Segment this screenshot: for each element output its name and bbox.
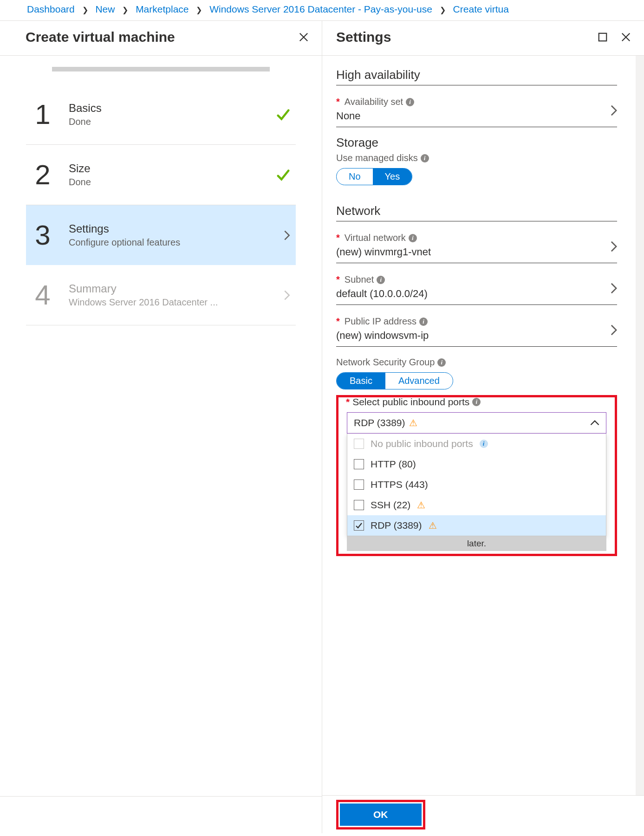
breadcrumb-item[interactable]: Marketplace [136, 4, 189, 14]
checkbox [354, 439, 364, 449]
info-icon[interactable]: i [472, 398, 481, 406]
port-option-none: No public inbound ports i [347, 434, 606, 454]
create-vm-blade: Create virtual machine 1 Basics Done [0, 21, 322, 833]
option-label: No public inbound ports [371, 438, 473, 449]
chevron-right-icon: ❯ [122, 6, 128, 14]
restore-window-icon[interactable] [598, 32, 608, 42]
ports-label: Select public inbound ports [352, 396, 469, 408]
toggle-yes[interactable]: Yes [373, 168, 412, 185]
port-option-https[interactable]: HTTPS (443) [347, 474, 606, 495]
inbound-ports-options: No public inbound ports i HTTP (80) HTTP… [347, 434, 606, 536]
step-title: Size [69, 162, 260, 175]
check-icon [276, 168, 290, 182]
step-number: 4 [33, 279, 52, 311]
inbound-ports-dropdown[interactable]: RDP (3389) ⚠ [347, 412, 606, 434]
settings-footer: OK [322, 795, 644, 833]
chevron-right-icon: ❯ [82, 6, 88, 14]
info-icon[interactable]: i [437, 358, 446, 367]
settings-blade: Settings ▲ ▼ High availability * Availab… [322, 21, 644, 833]
chevron-right-icon [611, 241, 617, 252]
option-label: HTTP (80) [371, 459, 416, 470]
dropdown-selected-value: RDP (3389) [354, 417, 405, 428]
inbound-ports-highlight: Select public inbound ports i RDP (3389)… [336, 395, 617, 556]
chevron-up-icon [590, 420, 599, 426]
breadcrumb-item[interactable]: Dashboard [27, 4, 75, 14]
option-label: SSH (22) [371, 499, 410, 511]
check-icon [276, 108, 290, 122]
option-label: HTTPS (443) [371, 479, 428, 490]
nsg-label: Network Security Group [336, 357, 435, 368]
field-public-ip[interactable]: * Public IP address i (new) windowsvm-ip [336, 313, 617, 347]
field-label: Virtual network [345, 233, 406, 243]
step-number: 2 [33, 159, 52, 191]
info-icon[interactable]: i [419, 318, 428, 326]
blade-title: Settings [336, 29, 391, 45]
step-number: 3 [33, 219, 52, 251]
later-text: later. [467, 538, 486, 549]
breadcrumb: Dashboard ❯ New ❯ Marketplace ❯ Windows … [0, 0, 644, 21]
field-virtual-network[interactable]: * Virtual network i (new) winvmrg1-vnet [336, 230, 617, 263]
nsg-toggle[interactable]: Basic Advanced [336, 372, 453, 389]
step-title: Settings [69, 222, 267, 235]
section-storage: Storage [336, 136, 617, 150]
checkbox[interactable] [354, 480, 364, 490]
toggle-advanced[interactable]: Advanced [385, 373, 453, 389]
field-label: Public IP address [345, 316, 416, 327]
field-subnet[interactable]: * Subnet i default (10.0.0.0/24) [336, 272, 617, 305]
chevron-right-icon [611, 324, 617, 336]
option-label: RDP (3389) [371, 520, 422, 531]
chevron-right-icon: ❯ [196, 6, 202, 14]
step-basics[interactable]: 1 Basics Done [26, 84, 296, 145]
close-icon[interactable] [299, 32, 309, 42]
checkbox[interactable] [354, 500, 364, 510]
breadcrumb-item[interactable]: Windows Server 2016 Datacenter - Pay-as-… [209, 4, 432, 14]
step-title: Summary [69, 282, 267, 295]
step-size[interactable]: 2 Size Done [26, 145, 296, 205]
port-option-rdp[interactable]: RDP (3389) ⚠ [347, 515, 606, 536]
ok-button-highlight: OK [336, 800, 425, 830]
step-subtitle: Windows Server 2016 Datacenter ... [69, 297, 267, 308]
warning-icon: ⚠ [429, 520, 437, 531]
step-subtitle: Done [69, 117, 260, 127]
obscured-content: later. [347, 536, 606, 551]
breadcrumb-item[interactable]: New [95, 4, 115, 14]
info-icon[interactable]: i [377, 276, 385, 284]
blade-footer [0, 796, 322, 833]
step-settings[interactable]: 3 Settings Configure optional features [26, 205, 296, 265]
toggle-no[interactable]: No [337, 168, 373, 185]
info-icon[interactable]: i [409, 234, 417, 242]
chevron-right-icon [611, 283, 617, 294]
chevron-right-icon [284, 290, 290, 300]
field-value: default (10.0.0.0/24) [336, 288, 617, 300]
toggle-basic[interactable]: Basic [337, 373, 385, 389]
step-subtitle: Done [69, 177, 260, 188]
warning-icon: ⚠ [409, 417, 417, 428]
info-icon[interactable]: i [480, 440, 488, 448]
ok-button[interactable]: OK [340, 804, 422, 826]
warning-icon: ⚠ [417, 499, 425, 511]
chevron-right-icon [611, 105, 617, 116]
field-availability-set[interactable]: * Availability set i None [336, 94, 617, 127]
step-title: Basics [69, 102, 260, 115]
section-high-availability: High availability [336, 68, 617, 82]
info-icon[interactable]: i [406, 98, 414, 106]
managed-disks-label: Use managed disks [336, 153, 418, 163]
port-option-ssh[interactable]: SSH (22) ⚠ [347, 495, 606, 515]
step-subtitle: Configure optional features [69, 237, 267, 248]
blade-title: Create virtual machine [26, 29, 175, 45]
chevron-right-icon [284, 230, 290, 240]
field-label: Availability set [345, 97, 403, 107]
step-number: 1 [33, 98, 52, 130]
breadcrumb-item[interactable]: Create virtua [453, 4, 509, 14]
svg-rect-0 [599, 33, 607, 41]
managed-disks-toggle[interactable]: No Yes [336, 168, 412, 185]
field-value: (new) windowsvm-ip [336, 330, 617, 342]
port-option-http[interactable]: HTTP (80) [347, 454, 606, 474]
info-icon[interactable]: i [421, 154, 429, 162]
field-value: (new) winvmrg1-vnet [336, 246, 617, 258]
field-value: None [336, 110, 617, 122]
checkbox[interactable] [354, 520, 364, 531]
close-icon[interactable] [621, 32, 631, 42]
field-label: Subnet [345, 274, 374, 285]
checkbox[interactable] [354, 459, 364, 469]
